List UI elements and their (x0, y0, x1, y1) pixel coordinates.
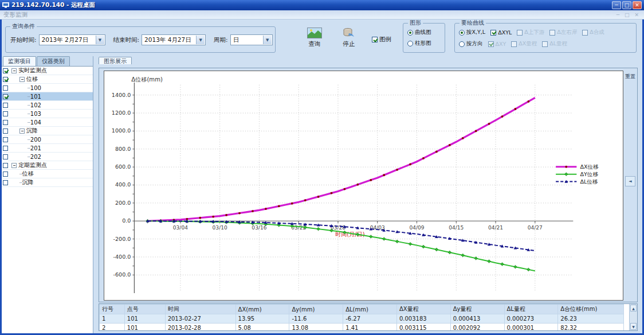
chevron-down-icon[interactable]: ▼ (96, 36, 104, 44)
tree-checkbox-icon[interactable] (3, 94, 8, 99)
title-bar[interactable]: 219.142.70.140 - 远程桌面 ─ □ ✕ (0, 0, 644, 10)
curve-option: Δ左右岸 (549, 29, 577, 36)
tree-row[interactable]: ─ 200 (2, 135, 93, 144)
tree-expander-icon[interactable] (11, 163, 17, 168)
table-cell: 13.95 (235, 314, 289, 324)
tree-row[interactable]: ─ 102 (2, 101, 93, 110)
table-column-header[interactable]: 点号 (124, 305, 165, 314)
tree-checkbox-icon[interactable] (3, 154, 8, 159)
checkbox-icon (517, 30, 523, 36)
table-row[interactable]: 11012013-02-2713.95-11.6-6.270.0031830.0… (100, 314, 624, 324)
tree-checkbox-icon[interactable] (3, 146, 8, 151)
chevron-down-icon[interactable]: ▼ (263, 36, 272, 44)
menu-item-deformation[interactable]: 变形监测 (3, 11, 28, 19)
svg-text:04/27: 04/27 (528, 225, 543, 231)
mdi-window-controls[interactable]: ─ □ ✕ (616, 12, 641, 18)
table-column-header[interactable]: Δy(mm) (289, 305, 343, 314)
tree-row[interactable]: ─ 100 (2, 84, 93, 92)
tree-expander-icon[interactable] (19, 77, 25, 82)
tree-node-label: 100 (30, 85, 41, 91)
checkbox-icon[interactable] (372, 37, 378, 42)
query-button[interactable]: 查询 (302, 24, 327, 52)
tree-checkbox-icon[interactable] (3, 128, 8, 134)
tree-checkbox-icon[interactable] (3, 163, 8, 168)
table-column-header[interactable]: ΔL(mm) (343, 305, 397, 314)
scroll-down-icon[interactable]: ▼ (630, 323, 637, 330)
table-column-header[interactable]: 行号 (100, 305, 125, 314)
legend-checkbox[interactable]: 图例 (372, 36, 391, 44)
table-cell: -11.6 (289, 314, 343, 324)
table-vertical-scrollbar[interactable]: ▲ ▼ (629, 304, 637, 330)
table-column-header[interactable]: Δ合位移(mm) (558, 305, 624, 314)
tree-checkbox-icon[interactable] (3, 180, 8, 185)
svg-text:0.0: 0.0 (122, 217, 131, 224)
table-column-header[interactable]: ΔX量程 (396, 305, 450, 314)
radio-icon[interactable] (459, 41, 465, 47)
checkbox-icon[interactable] (490, 30, 496, 36)
minimize-button[interactable]: ─ (612, 1, 621, 9)
radio-icon[interactable] (407, 30, 413, 36)
table-cell: 2013-02-27 (165, 314, 235, 324)
tree-checkbox-icon[interactable] (3, 85, 8, 91)
table-cell: -6.27 (343, 314, 397, 324)
tree-checkbox-icon[interactable] (3, 68, 8, 73)
radio-icon[interactable] (459, 30, 465, 36)
curve-option[interactable]: ΔXYL (490, 29, 512, 36)
stop-database-icon (342, 28, 356, 38)
start-time-dropdown[interactable]: 2013年 2月27日 ▼ (39, 34, 105, 45)
tree-expander-icon[interactable] (11, 68, 17, 73)
curve-option: ΔXY (488, 41, 506, 47)
tree-row[interactable]: ─ 104 (2, 118, 93, 127)
tree-expander-icon[interactable] (19, 128, 25, 134)
tree-checkbox-icon[interactable] (3, 120, 8, 125)
table-cell: 82.32 (558, 324, 624, 331)
tree-row[interactable]: ─ 103 (2, 110, 93, 118)
tree-checkbox-icon[interactable] (3, 137, 8, 142)
legend-entry-label: ΔX位移 (580, 163, 599, 170)
end-time-dropdown[interactable]: 2013年 4月27日 ▼ (142, 34, 206, 45)
curve-option-label: ΔXYL (498, 29, 512, 36)
tab-instrument-category[interactable]: 仪器类别 (37, 56, 70, 66)
table-row[interactable]: 21012013-02-285.0813.081.410.0031150.002… (100, 324, 624, 331)
tree-checkbox-icon[interactable] (3, 111, 8, 116)
period-label: 周期: (214, 36, 228, 44)
right-collapse-strip: 重置 ◄ (625, 71, 636, 301)
tree-row[interactable]: ─ 201 (2, 144, 93, 153)
radio-icon[interactable] (407, 41, 413, 46)
table-column-header[interactable]: ΔL量程 (504, 305, 558, 314)
maximize-button[interactable]: □ (622, 1, 631, 9)
tree-node-label: 201 (30, 145, 41, 151)
collapse-left-arrow[interactable]: ◄ (625, 176, 635, 186)
tree-checkbox-icon[interactable] (3, 77, 8, 82)
tree-row[interactable]: ─ 101 (2, 92, 93, 101)
menu-bar: 变形监测 ─ □ ✕ (0, 10, 644, 20)
tree-row[interactable]: 实时监测点 (2, 67, 93, 75)
table-cell: 13.08 (289, 324, 343, 331)
close-button[interactable]: ✕ (633, 1, 642, 9)
curve-option[interactable]: 按X,Y,L (459, 29, 485, 36)
graph-type-option[interactable]: 曲线图 (407, 29, 431, 36)
table-column-header[interactable]: 时间 (165, 305, 235, 314)
tree-row[interactable]: 定期监测点 (2, 161, 93, 170)
tree-row[interactable]: ─ 沉降 (2, 178, 93, 187)
stop-button[interactable]: 停止 (336, 24, 362, 52)
tree-row[interactable]: ─ 202 (2, 153, 93, 161)
table-cell: 2 (100, 324, 125, 331)
curve-option[interactable]: 按方向 (459, 40, 483, 48)
start-time-value: 2013年 2月27日 (42, 36, 89, 44)
tab-monitor-items[interactable]: 监测项目 (3, 56, 36, 66)
tree-row[interactable]: 沉降 (2, 127, 93, 135)
checkbox-icon (488, 41, 494, 47)
tree-checkbox-icon[interactable] (3, 103, 8, 108)
graph-type-option[interactable]: 柱形图 (407, 40, 431, 47)
tree-checkbox-icon[interactable] (3, 172, 8, 177)
table-column-header[interactable]: ΔX(mm) (235, 305, 289, 314)
table-column-header[interactable]: Δy量程 (450, 305, 504, 314)
svg-text:04/09: 04/09 (409, 225, 424, 231)
scroll-up-icon[interactable]: ▲ (630, 305, 637, 311)
tab-graph-display[interactable]: 图形展示 (99, 57, 132, 64)
tree-row[interactable]: 位移 (2, 75, 93, 84)
chevron-down-icon[interactable]: ▼ (196, 36, 205, 44)
tree-row[interactable]: ─ 位移 (2, 170, 93, 178)
period-dropdown[interactable]: 日 ▼ (230, 34, 273, 45)
